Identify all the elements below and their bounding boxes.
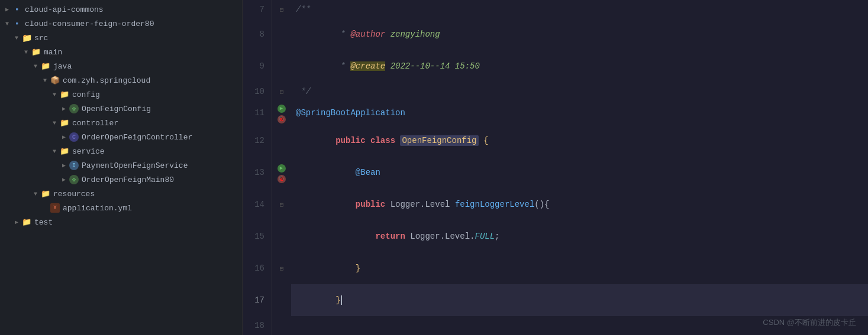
tree-item-application-yml[interactable]: Y application.yml [0, 201, 242, 215]
chevron-down-icon [50, 118, 59, 128]
chevron-down-icon [2, 19, 12, 28]
controller-class-icon: C [69, 132, 79, 142]
tree-item-resources[interactable]: 📁 resources [0, 187, 242, 201]
tree-item-package[interactable]: 📦 com.zyh.springcloud [0, 73, 242, 87]
line-content: return Logger.Level.FULL; [291, 220, 868, 252]
line-gutter[interactable]: ▶ 🐞 [272, 157, 291, 188]
code-line-7: 7 ⊟ /** [243, 0, 868, 18]
tree-item-openfeign-config[interactable]: ✿ OpenFeignConfig [0, 102, 242, 116]
chevron-down-icon [21, 47, 31, 57]
run-icon[interactable]: ▶ [277, 164, 286, 173]
chevron-down-icon [12, 33, 21, 43]
tree-item-main80[interactable]: ✿ OrderOpenFeignMain80 [0, 173, 242, 187]
tree-item-label: service [72, 147, 105, 156]
code-line-13: 13 ▶ 🐞 @Bean [243, 157, 868, 188]
tree-item-test[interactable]: 📁 test [0, 215, 242, 229]
line-number: 17 [243, 284, 272, 316]
line-gutter[interactable]: ⊟ [272, 252, 291, 284]
chevron-right-icon [2, 5, 12, 14]
code-line-16: 16 ⊟ } [243, 252, 868, 284]
tree-item-label: application.yml [63, 204, 132, 213]
yaml-icon: Y [50, 203, 60, 213]
debug-icon[interactable]: 🐞 [277, 115, 286, 123]
line-content: public Logger.Level feignLoggerLevel(){ [291, 188, 868, 220]
chevron-down-icon [50, 147, 59, 156]
tree-item-controller-folder[interactable]: 📁 controller [0, 116, 242, 130]
folder-icon: 📁 [59, 118, 70, 128]
code-editor[interactable]: 7 ⊟ /** 8 * @author zengyihong 9 * @crea… [243, 0, 868, 335]
tree-item-order-controller[interactable]: C OrderOpenFeignController [0, 130, 242, 144]
line-gutter [272, 50, 291, 82]
line-gutter[interactable]: ⊟ [272, 0, 291, 18]
module-icon: ▪ [12, 18, 22, 29]
tree-item-label: com.zyh.springcloud [63, 76, 150, 85]
code-content: 7 ⊟ /** 8 * @author zengyihong 9 * @crea… [243, 0, 868, 335]
tree-item-label: PaymentOpenFeignService [82, 161, 188, 170]
tree-item-service-folder[interactable]: 📁 service [0, 144, 242, 158]
tree-item-label: java [53, 62, 72, 71]
tree-item-label: cloud-api-commons [25, 5, 104, 14]
chevron-right-icon [59, 132, 69, 142]
line-gutter[interactable]: ▶ 🐞 [272, 101, 291, 125]
chevron-down-icon [31, 189, 40, 199]
line-number: 13 [243, 157, 272, 188]
line-number: 10 [243, 82, 272, 100]
folder-icon: 📁 [21, 32, 32, 43]
line-gutter [272, 284, 291, 316]
line-number: 16 [243, 252, 272, 284]
file-tree[interactable]: ▪ cloud-api-commons ▪ cloud-consumer-fei… [0, 0, 243, 335]
chevron-right-icon [59, 104, 69, 113]
tree-item-config-folder[interactable]: 📁 config [0, 87, 242, 102]
tree-item-label: OpenFeignConfig [82, 105, 151, 113]
tree-item-java[interactable]: 📁 java [0, 59, 242, 73]
tree-item-payment-service[interactable]: I PaymentOpenFeignService [0, 158, 242, 173]
tree-item-label: OrderOpenFeignMain80 [82, 175, 174, 184]
line-content: * @create 2022--10--14 15:50 [291, 50, 868, 82]
chevron-right-icon [12, 217, 21, 227]
tree-item-label: OrderOpenFeignController [82, 133, 192, 142]
tree-item-cloud-consumer-feign-order80[interactable]: ▪ cloud-consumer-feign-order80 [0, 17, 242, 31]
line-content: @Bean [291, 157, 868, 188]
spring-class-icon: ✿ [69, 103, 79, 114]
line-content: public class OpenFeignConfig { [291, 125, 868, 157]
module-icon: ▪ [12, 4, 22, 15]
code-line-8: 8 * @author zengyihong [243, 18, 868, 50]
run-icon[interactable]: ▶ [277, 105, 286, 113]
line-gutter[interactable]: ⊟ [272, 82, 291, 100]
chevron-down-icon [50, 90, 59, 99]
line-gutter [272, 18, 291, 50]
chevron-down-icon [40, 76, 50, 85]
line-gutter [272, 220, 291, 252]
package-icon: 📦 [50, 75, 60, 86]
fold-icon[interactable]: ⊟ [280, 6, 284, 14]
line-gutter [272, 125, 291, 157]
fold-icon[interactable]: ⊟ [280, 265, 284, 272]
line-number: 18 [243, 316, 272, 335]
line-number: 8 [243, 18, 272, 50]
tree-item-label: test [34, 218, 53, 227]
fold-icon[interactable]: ⊟ [280, 89, 284, 96]
debug-icon[interactable]: 🐞 [277, 175, 286, 183]
line-content: @SpringBootApplication [291, 101, 868, 125]
line-gutter [272, 316, 291, 335]
tree-item-main[interactable]: 📁 main [0, 45, 242, 59]
tree-item-cloud-api-commons[interactable]: ▪ cloud-api-commons [0, 2, 242, 17]
code-line-9: 9 * @create 2022--10--14 15:50 [243, 50, 868, 82]
line-content: } [291, 252, 868, 284]
line-content: /** [291, 0, 868, 18]
main-class-icon: ✿ [69, 174, 79, 185]
code-line-15: 15 return Logger.Level.FULL; [243, 220, 868, 252]
line-gutter[interactable]: ⊟ [272, 188, 291, 220]
line-number: 11 [243, 101, 272, 125]
chevron-right-icon [59, 161, 69, 170]
code-line-11: 11 ▶ 🐞 @SpringBootApplication [243, 101, 868, 125]
line-number: 15 [243, 220, 272, 252]
line-content: */ [291, 82, 868, 100]
folder-icon: 📁 [59, 89, 70, 100]
tree-item-src[interactable]: 📁 src [0, 31, 242, 45]
fold-icon[interactable]: ⊟ [280, 201, 284, 209]
tree-item-label: cloud-consumer-feign-order80 [25, 19, 154, 28]
folder-icon: 📁 [31, 47, 41, 57]
folder-icon: 📁 [40, 61, 51, 71]
line-content: } [291, 284, 868, 316]
